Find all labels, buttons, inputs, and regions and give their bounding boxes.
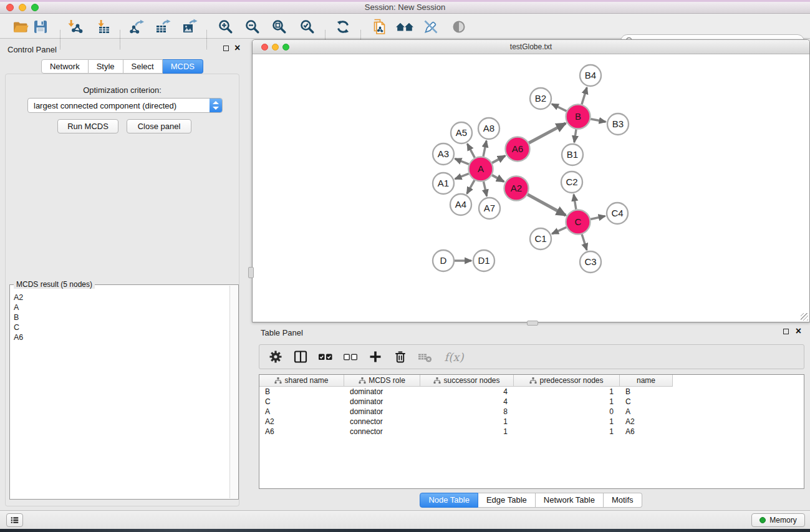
memory-button[interactable]: Memory (751, 513, 805, 527)
tab-mcds[interactable]: MCDS (163, 59, 203, 74)
edge-B-B2[interactable] (552, 104, 567, 111)
function-builder-button[interactable]: f(x) (441, 348, 466, 365)
cell-name[interactable]: A6 (620, 427, 673, 436)
node-D1[interactable]: D1 (473, 250, 494, 271)
table-settings-button[interactable] (267, 348, 284, 365)
table-row[interactable]: A6connector11A6 (259, 427, 804, 437)
zoom-in-button[interactable] (216, 18, 235, 36)
deselect-all-rows-button[interactable] (342, 348, 359, 365)
open-session-button[interactable] (11, 18, 30, 36)
mcds-result-item[interactable]: C (11, 322, 229, 332)
node-C1[interactable]: C1 (530, 228, 551, 249)
cell-successor-nodes[interactable]: 1 (420, 427, 514, 436)
show-graphics-details-button[interactable] (450, 18, 468, 36)
cell-successor-nodes[interactable]: 8 (420, 407, 514, 416)
export-table-button[interactable] (153, 18, 172, 36)
edge-C-C4[interactable] (591, 216, 605, 219)
tab-motifs[interactable]: Motifs (604, 493, 642, 508)
cell-predecessor-nodes[interactable]: 0 (514, 407, 620, 416)
node-C2[interactable]: C2 (561, 172, 582, 193)
edge-A-A3[interactable] (455, 158, 469, 164)
splitpane-vertical-grip[interactable] (248, 267, 254, 278)
close-panel-icon[interactable]: × (234, 44, 240, 52)
home-button[interactable] (395, 18, 413, 36)
edge-C-C1[interactable] (552, 227, 566, 233)
mcds-result-item[interactable]: A6 (11, 332, 229, 342)
mcds-result-item[interactable]: A (11, 302, 229, 312)
table-row[interactable]: A2connector11A2 (259, 417, 804, 427)
cell-mcds-role[interactable]: dominator (344, 397, 420, 406)
table-row[interactable]: Cdominator41C (259, 397, 804, 407)
mcds-result-item[interactable]: B (11, 312, 229, 322)
delete-columns-button[interactable] (392, 348, 409, 365)
cell-shared-name[interactable]: A2 (259, 417, 344, 426)
edge-B-B4[interactable] (582, 87, 587, 104)
hide-annotations-button[interactable] (422, 18, 440, 36)
node-A6[interactable]: A6 (506, 137, 530, 162)
edge-A6-B[interactable] (529, 123, 566, 143)
edge-A-A7[interactable] (483, 181, 486, 196)
node-C3[interactable]: C3 (580, 251, 601, 273)
tab-select[interactable]: Select (123, 59, 163, 74)
node-A4[interactable]: A4 (450, 194, 471, 215)
zoom-fit-button[interactable] (270, 18, 289, 36)
edge-A-A8[interactable] (483, 141, 486, 157)
edge-A-A6[interactable] (492, 156, 505, 163)
node-C4[interactable]: C4 (607, 203, 628, 224)
close-panel-button[interactable]: Close panel (127, 119, 191, 133)
result-scrollbar[interactable] (229, 286, 238, 498)
cell-predecessor-nodes[interactable]: 1 (514, 427, 620, 436)
tab-node-table[interactable]: Node Table (420, 493, 478, 508)
tab-edge-table[interactable]: Edge Table (478, 493, 536, 508)
cell-shared-name[interactable]: B (259, 387, 344, 396)
cell-predecessor-nodes[interactable]: 1 (514, 417, 620, 426)
import-table-button[interactable] (94, 18, 112, 36)
cell-successor-nodes[interactable]: 4 (420, 387, 514, 396)
run-mcds-button[interactable]: Run MCDS (57, 119, 118, 133)
tab-network[interactable]: Network (41, 59, 89, 74)
tab-style[interactable]: Style (89, 59, 123, 74)
node-B3[interactable]: B3 (607, 114, 629, 135)
zoom-selected-button[interactable] (298, 18, 317, 36)
node-A5[interactable]: A5 (451, 122, 472, 143)
node-A1[interactable]: A1 (433, 173, 454, 194)
node-B4[interactable]: B4 (580, 65, 601, 86)
node-A8[interactable]: A8 (478, 118, 499, 139)
cell-name[interactable]: A (620, 407, 673, 416)
export-image-button[interactable] (180, 18, 199, 36)
column-header-successor-nodes[interactable]: successor nodes (420, 375, 514, 387)
edge-A-A5[interactable] (467, 144, 475, 158)
network-from-document-button[interactable] (370, 18, 389, 36)
node-D[interactable]: D (433, 250, 454, 271)
zoom-out-button[interactable] (243, 18, 262, 36)
edge-B-B3[interactable] (591, 119, 605, 122)
cell-name[interactable]: B (620, 387, 673, 396)
cell-predecessor-nodes[interactable]: 1 (514, 387, 620, 396)
column-header-mcds-role[interactable]: MCDS role (344, 375, 420, 387)
cell-shared-name[interactable]: C (259, 397, 344, 406)
mcds-result-list[interactable]: A2ABCA6 (11, 293, 229, 498)
edge-A2-C[interactable] (528, 195, 566, 215)
refresh-view-button[interactable] (334, 18, 352, 36)
delete-table-button[interactable] (417, 348, 434, 365)
column-header-name[interactable]: name (620, 375, 673, 387)
optimization-criterion-select[interactable]: largest connected component (directed) (27, 98, 223, 113)
node-C[interactable]: C (566, 210, 591, 235)
cell-successor-nodes[interactable]: 4 (420, 397, 514, 406)
edge-C-C3[interactable] (582, 235, 587, 250)
import-network-button[interactable] (66, 18, 85, 36)
table-row[interactable]: Adominator80A (259, 407, 804, 417)
cell-mcds-role[interactable]: connector (344, 427, 420, 436)
mcds-result-item[interactable]: A2 (11, 293, 229, 302)
node-A[interactable]: A (469, 157, 493, 181)
cell-successor-nodes[interactable]: 1 (420, 417, 514, 426)
edge-B-B1[interactable] (574, 129, 576, 142)
cell-shared-name[interactable]: A6 (259, 427, 344, 436)
export-network-button[interactable] (127, 18, 146, 36)
node-A2[interactable]: A2 (504, 177, 529, 201)
network-window-titlebar[interactable]: testGlobe.txt (253, 40, 809, 54)
show-panels-button[interactable] (6, 513, 23, 527)
node-B1[interactable]: B1 (562, 144, 583, 165)
cell-mcds-role[interactable]: connector (344, 417, 420, 426)
cell-shared-name[interactable]: A (259, 407, 344, 416)
